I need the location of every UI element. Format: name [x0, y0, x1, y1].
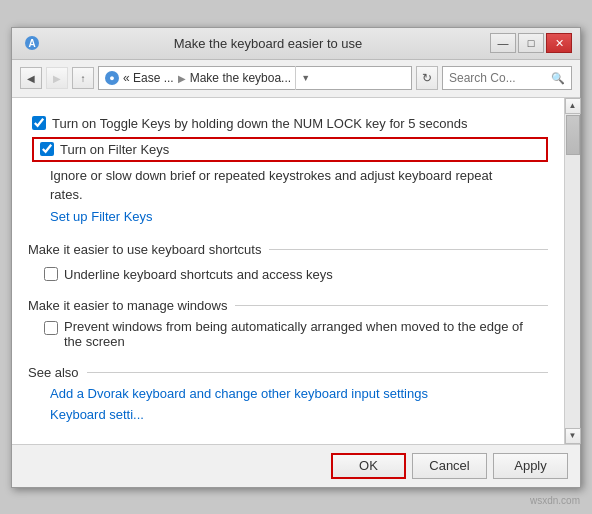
breadcrumb-dropdown[interactable]: ▼ — [295, 66, 315, 90]
search-input[interactable] — [449, 71, 547, 85]
footer: OK Cancel Apply — [12, 444, 580, 487]
setup-filter-keys-link[interactable]: Set up Filter Keys — [50, 209, 548, 224]
window-controls: — □ ✕ — [490, 33, 572, 53]
scrollbar-track[interactable] — [565, 114, 580, 428]
breadcrumb-part1: « Ease ... — [123, 71, 174, 85]
manage-windows-section-header: Make it easier to manage windows — [28, 298, 548, 313]
watermark: wsxdn.com — [530, 495, 580, 506]
title-bar: A Make the keyboard easier to use — □ ✕ — [12, 28, 580, 60]
scrollbar: ▲ ▼ — [564, 98, 580, 444]
cancel-button[interactable]: Cancel — [412, 453, 487, 479]
underline-shortcuts-label: Underline keyboard shortcuts and access … — [64, 267, 333, 282]
search-box[interactable]: 🔍 — [442, 66, 572, 90]
apply-button[interactable]: Apply — [493, 453, 568, 479]
prevent-arrange-checkbox[interactable] — [44, 321, 58, 335]
filter-keys-checkbox[interactable] — [40, 142, 54, 156]
scroll-down-button[interactable]: ▼ — [565, 428, 581, 444]
scrollbar-thumb[interactable] — [566, 115, 580, 155]
ok-button[interactable]: OK — [331, 453, 406, 479]
prevent-arrange-label: Prevent windows from being automatically… — [64, 319, 523, 349]
toggle-keys-row: Turn on Toggle Keys by holding down the … — [32, 110, 548, 137]
underline-shortcuts-checkbox[interactable] — [44, 267, 58, 281]
main-window: A Make the keyboard easier to use — □ ✕ … — [11, 27, 581, 488]
keyboard-settings-link[interactable]: Keyboard setti... — [50, 407, 548, 422]
window-title: Make the keyboard easier to use — [46, 36, 490, 51]
filter-keys-highlighted-row: Turn on Filter Keys — [32, 137, 548, 162]
scroll-up-button[interactable]: ▲ — [565, 98, 581, 114]
window-icon: A — [24, 35, 40, 51]
back-button[interactable]: ◀ — [20, 67, 42, 89]
dvorak-link[interactable]: Add a Dvorak keyboard and change other k… — [50, 386, 548, 401]
maximize-button[interactable]: □ — [518, 33, 544, 53]
content-area: Turn on Toggle Keys by holding down the … — [12, 98, 564, 444]
search-icon: 🔍 — [551, 72, 565, 85]
svg-text:A: A — [28, 38, 35, 49]
prevent-arrange-row: Prevent windows from being automatically… — [44, 319, 548, 349]
toggle-keys-checkbox-wrapper — [32, 116, 46, 130]
keyboard-shortcuts-section-header: Make it easier to use keyboard shortcuts — [28, 242, 548, 257]
address-bar: ◀ ▶ ↑ ● « Ease ... ▶ Make the keyboa... … — [12, 60, 580, 98]
refresh-button[interactable]: ↻ — [416, 66, 438, 90]
breadcrumb-separator: ▶ — [178, 73, 186, 84]
filter-keys-label: Turn on Filter Keys — [60, 142, 169, 157]
main-content: Turn on Toggle Keys by holding down the … — [12, 98, 580, 444]
breadcrumb-part2: Make the keyboa... — [190, 71, 291, 85]
minimize-button[interactable]: — — [490, 33, 516, 53]
toggle-keys-label: Turn on Toggle Keys by holding down the … — [52, 116, 468, 131]
toggle-keys-checkbox[interactable] — [32, 116, 46, 130]
breadcrumb-bar[interactable]: ● « Ease ... ▶ Make the keyboa... ▼ — [98, 66, 412, 90]
breadcrumb-icon: ● — [105, 71, 119, 85]
see-also-section-header: See also — [28, 365, 548, 380]
up-button[interactable]: ↑ — [72, 67, 94, 89]
underline-shortcuts-row: Underline keyboard shortcuts and access … — [44, 263, 548, 286]
close-button[interactable]: ✕ — [546, 33, 572, 53]
filter-keys-description: Ignore or slow down brief or repeated ke… — [50, 166, 548, 205]
forward-button[interactable]: ▶ — [46, 67, 68, 89]
